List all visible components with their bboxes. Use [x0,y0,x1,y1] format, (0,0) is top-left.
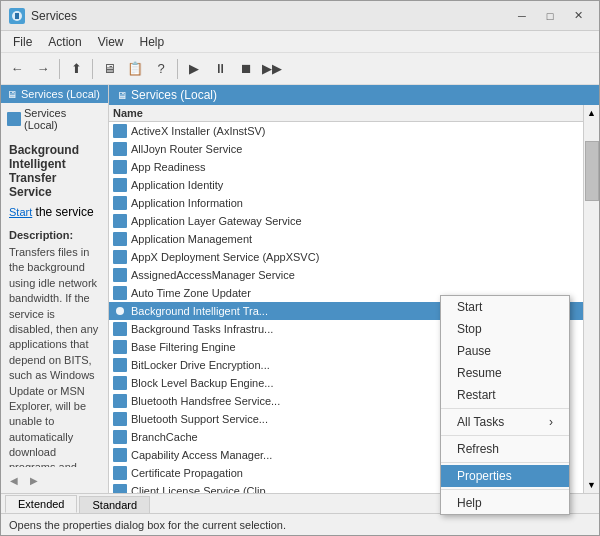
play-button[interactable]: ▶ [182,57,206,81]
show-hide-button[interactable]: 🖥 [97,57,121,81]
menu-action[interactable]: Action [40,33,89,51]
context-menu-separator [441,462,569,463]
context-menu-item-pause[interactable]: Pause [441,340,569,362]
left-panel-icon: 🖥 [7,89,17,100]
nav-prev[interactable]: ◀ [5,471,23,489]
svg-point-17 [116,415,124,423]
context-menu-item-all-tasks[interactable]: All Tasks› [441,411,569,433]
service-row-icon [113,358,127,372]
service-row[interactable]: AppX Deployment Service (AppXSVC) [109,248,583,266]
right-panel-header: 🖥 Services (Local) [109,85,599,105]
start-service-link[interactable]: Start [9,206,32,218]
context-menu-item-label: Start [457,300,482,314]
context-menu-item-properties[interactable]: Properties [441,465,569,487]
context-menu-item-stop[interactable]: Stop [441,318,569,340]
svg-point-6 [116,217,124,225]
service-row[interactable]: Application Layer Gateway Service [109,212,583,230]
context-menu-item-label: Properties [457,469,512,483]
svg-point-16 [116,397,124,405]
right-header-title: Services (Local) [131,88,217,102]
context-menu-item-label: Help [457,496,482,510]
svg-point-1 [116,127,124,135]
service-row[interactable]: ActiveX Installer (AxInstSV) [109,122,583,140]
service-row[interactable]: Application Identity [109,176,583,194]
up-button[interactable]: ⬆ [64,57,88,81]
start-suffix: the service [32,205,93,219]
context-menu-item-refresh[interactable]: Refresh [441,438,569,460]
menu-help[interactable]: Help [132,33,173,51]
start-service-line: Start the service [9,205,100,219]
vertical-scrollbar[interactable]: ▲ ▼ [583,105,599,493]
left-panel: 🖥 Services (Local) Services (Local) Back… [1,85,109,493]
maximize-button[interactable]: □ [537,6,563,26]
service-row[interactable]: AllJoyn Router Service [109,140,583,158]
context-menu-item-restart[interactable]: Restart [441,384,569,406]
restart-button[interactable]: ▶▶ [260,57,284,81]
svg-point-5 [116,199,124,207]
service-row-icon [113,250,127,264]
tab-standard[interactable]: Standard [79,496,150,513]
service-row[interactable]: Application Information [109,194,583,212]
service-name-cell: AllJoyn Router Service [131,143,579,155]
service-row-icon [113,196,127,210]
service-description: Transfers files in the background using … [9,245,100,467]
context-menu-item-start[interactable]: Start [441,296,569,318]
context-menu-item-label: Restart [457,388,496,402]
context-menu-separator [441,435,569,436]
context-menu: StartStopPauseResumeRestartAll Tasks›Ref… [440,295,570,515]
scroll-up-button[interactable]: ▲ [587,105,596,121]
service-name-cell: Application Management [131,233,579,245]
properties-button[interactable]: 📋 [123,57,147,81]
service-row-icon [113,340,127,354]
menu-file[interactable]: File [5,33,40,51]
svg-point-4 [116,181,124,189]
svg-point-13 [116,343,124,351]
scroll-down-button[interactable]: ▼ [587,477,596,493]
scrollbar-thumb[interactable] [585,141,599,201]
service-row[interactable]: App Readiness [109,158,583,176]
service-name-cell: App Readiness [131,161,579,173]
service-row-icon [113,448,127,462]
submenu-arrow-icon: › [549,415,553,429]
context-menu-item-help[interactable]: Help [441,492,569,514]
column-header: Name [109,105,583,122]
service-row-icon [113,142,127,156]
svg-point-9 [116,271,124,279]
toolbar-sep-1 [59,59,60,79]
menu-view[interactable]: View [90,33,132,51]
status-bar: Opens the properties dialog box for the … [1,513,599,535]
stop-button[interactable]: ⏹ [234,57,258,81]
window-title: Services [31,9,509,23]
back-button[interactable]: ← [5,57,29,81]
tab-extended[interactable]: Extended [5,495,77,513]
service-row-icon [113,268,127,282]
status-text: Opens the properties dialog box for the … [9,519,286,531]
service-row-icon [113,484,127,493]
service-row[interactable]: AssignedAccessManager Service [109,266,583,284]
minimize-button[interactable]: ─ [509,6,535,26]
nav-next[interactable]: ▶ [25,471,43,489]
service-row[interactable]: Application Management [109,230,583,248]
title-bar: Services ─ □ ✕ [1,1,599,31]
tree-item-label: Services (Local) [24,107,102,131]
pause-button[interactable]: ⏸ [208,57,232,81]
context-menu-item-label: Stop [457,322,482,336]
service-row-icon [113,232,127,246]
service-row-icon [113,322,127,336]
service-row-icon [113,178,127,192]
svg-point-20 [116,469,124,477]
svg-point-11 [116,307,124,315]
service-display-name: Background Intelligent Transfer Service [9,143,100,199]
service-row-icon [113,124,127,138]
svg-point-18 [116,433,124,441]
left-panel-title: Services (Local) [21,88,100,100]
context-menu-item-resume[interactable]: Resume [441,362,569,384]
svg-point-12 [116,325,124,333]
services-local-tree-item[interactable]: Services (Local) [1,103,108,135]
right-header-icon: 🖥 [117,90,127,101]
help-button[interactable]: ? [149,57,173,81]
service-name-cell: Application Information [131,197,579,209]
tree-icon [7,112,21,126]
close-button[interactable]: ✕ [565,6,591,26]
forward-button[interactable]: → [31,57,55,81]
